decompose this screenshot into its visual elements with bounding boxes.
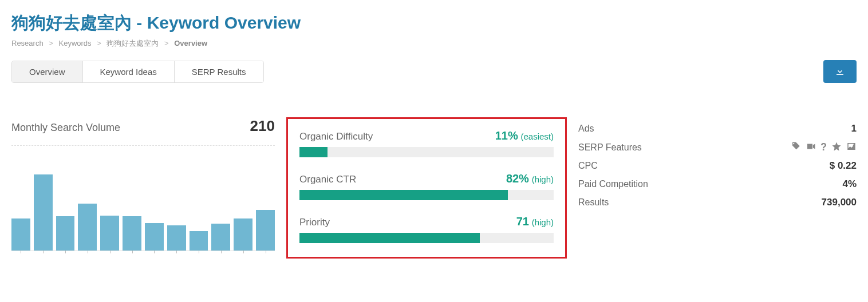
video-icon	[806, 141, 816, 152]
priority-label: Priority	[299, 217, 330, 228]
tag-icon	[791, 141, 801, 152]
stat-cpc: CPC $ 0.22	[578, 157, 857, 175]
page-title: 狗狗好去處室內 - Keyword Overview	[11, 11, 857, 35]
star-icon	[831, 141, 842, 152]
chart-bar	[11, 218, 30, 251]
stats-panel: Ads 1 SERP Features ? CPC $ 0.22 Paid Co…	[578, 117, 857, 212]
stat-paid-label: Paid Competition	[578, 179, 648, 189]
chart-bar	[34, 174, 53, 251]
question-icon: ?	[820, 141, 827, 153]
tab-serp-results[interactable]: SERP Results	[175, 61, 263, 82]
breadcrumb-keyword[interactable]: 狗狗好去處室內	[106, 39, 159, 47]
priority-value: 71	[516, 215, 529, 228]
chart-gridline	[11, 145, 275, 146]
chart-bar	[123, 216, 141, 251]
stat-serp-features: SERP Features ?	[578, 138, 857, 157]
serp-feature-icons: ?	[791, 141, 857, 153]
organic-ctr-bar	[299, 190, 554, 200]
search-volume-label: Monthly Search Volume	[11, 122, 120, 134]
breadcrumb-sep: >	[97, 39, 101, 47]
organic-difficulty-bar	[299, 147, 554, 157]
organic-difficulty-label: Organic Difficulty	[299, 131, 373, 142]
stat-ads: Ads 1	[578, 120, 857, 138]
organic-ctr-metric: Organic CTR 82% (high)	[299, 172, 554, 200]
chart-bar	[167, 225, 186, 251]
download-button[interactable]	[823, 60, 857, 83]
chart-bar	[190, 231, 208, 251]
tab-overview[interactable]: Overview	[12, 61, 83, 82]
search-volume-panel: Monthly Search Volume 210	[11, 117, 275, 251]
keyword-metrics-panel: Organic Difficulty 11% (easiest) Organic…	[286, 117, 567, 259]
stat-paid-value: 4%	[842, 178, 857, 190]
chart-bar	[211, 224, 230, 251]
chart-bar	[78, 204, 97, 251]
stat-results: Results 739,000	[578, 193, 857, 212]
organic-difficulty-metric: Organic Difficulty 11% (easiest)	[299, 129, 554, 157]
breadcrumb-current: Overview	[174, 39, 207, 47]
breadcrumb: Research > Keywords > 狗狗好去處室內 > Overview	[11, 38, 857, 49]
priority-metric: Priority 71 (high)	[299, 215, 554, 243]
organic-difficulty-qualifier: (easiest)	[520, 132, 554, 141]
image-icon	[846, 141, 857, 152]
stat-paid-competition: Paid Competition 4%	[578, 175, 857, 193]
search-volume-value: 210	[250, 117, 275, 135]
search-volume-chart	[11, 148, 275, 251]
organic-ctr-label: Organic CTR	[299, 174, 356, 185]
chart-bar	[145, 223, 164, 251]
stat-serp-features-label: SERP Features	[578, 142, 642, 153]
breadcrumb-sep: >	[49, 39, 53, 47]
stat-cpc-label: CPC	[578, 161, 598, 171]
tabs: Overview Keyword Ideas SERP Results	[11, 61, 264, 83]
breadcrumb-keywords[interactable]: Keywords	[58, 39, 91, 47]
stat-ads-value: 1	[851, 123, 857, 134]
chart-bar	[56, 216, 75, 251]
priority-bar	[299, 233, 554, 243]
chart-bar	[100, 216, 119, 251]
organic-ctr-qualifier: (high)	[532, 174, 554, 184]
organic-ctr-value: 82%	[506, 172, 529, 185]
stat-results-value: 739,000	[822, 197, 857, 208]
stat-ads-label: Ads	[578, 124, 594, 134]
chart-bar	[234, 218, 252, 251]
chart-bar	[256, 210, 275, 251]
priority-qualifier: (high)	[532, 217, 554, 227]
stat-cpc-value: $ 0.22	[830, 160, 857, 172]
organic-difficulty-value: 11%	[495, 129, 518, 142]
breadcrumb-sep: >	[164, 39, 169, 47]
stat-results-label: Results	[578, 197, 609, 208]
tab-keyword-ideas[interactable]: Keyword Ideas	[83, 61, 175, 82]
breadcrumb-research[interactable]: Research	[11, 39, 44, 47]
download-icon	[835, 66, 845, 77]
